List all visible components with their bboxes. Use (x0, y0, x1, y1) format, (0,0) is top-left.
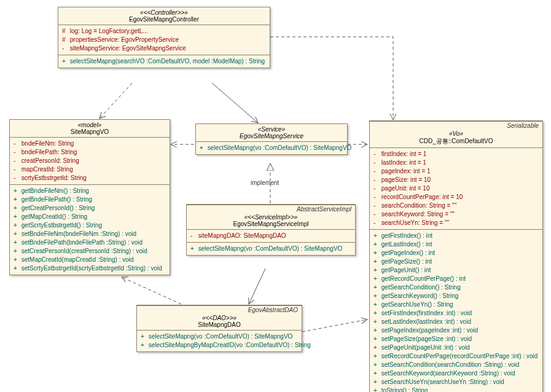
attribute-row: - lastIndex: int = 1 (373, 159, 539, 167)
attribute-row: - scrtyEstbstrgetId: String (14, 174, 166, 182)
operation-row: + getPageIndex() : int (373, 249, 539, 257)
operation-row: + setLastIndex(lastIndex :int) : void (373, 318, 539, 326)
class-sitemapngvo: «model» SiteMapngVO - bndeFileNm: String… (9, 119, 170, 275)
operation-row: + getPageSize() : int (373, 257, 539, 266)
operation-row: + getBndeFileNm() : String (14, 187, 166, 195)
operation-row: + setPageIndex(pageIndex :int) : void (373, 326, 539, 335)
operation-row: + getLastIndex() : int (373, 240, 539, 249)
attribute-row: - creatPersonId: String (14, 157, 166, 165)
attribute-row: - searchCondition: String = "" (373, 202, 539, 210)
operation-row: + setSearchCondition(searchCondition :St… (373, 361, 539, 369)
operation-row: + setSearchKeyword(searchKeyword :String… (373, 369, 539, 378)
corner-label: AbstractServiceImpl (297, 206, 351, 213)
operation-row: + setScrtyEstbstrgetId(scrtyEstbstrgetId… (14, 264, 166, 273)
operation-row: + selectSiteMapng(vo :ComDefaultVO) : Si… (190, 245, 351, 253)
operation-row: + setSearchUseYn(searchUseYn :String) : … (373, 378, 539, 386)
attribute-row: - firstIndex: int = 1 (373, 150, 539, 159)
operation-row: + setMapCreatId(mapCreatId :String) : vo… (14, 256, 166, 264)
implement-label: implement (251, 179, 279, 186)
stereo: «Service» (200, 126, 343, 133)
class-name: EgovSiteMapngServiceImpl (190, 221, 351, 227)
operation-row: + selectSiteMapng(vo :ComDefaultVO) : Si… (141, 332, 298, 341)
operation-row: + setBndeFilePath(bndeFilePath :String) … (14, 238, 166, 247)
corner-label: Serializable (507, 122, 539, 129)
attribute-row: - searchUseYn: String = "" (373, 219, 539, 227)
class-name: EgovSiteMapngController (62, 16, 266, 23)
operation-row: + getFirstIndex() : int (373, 232, 539, 240)
attribute-row: - siteMapngDAO: SiteMapngDAO (190, 232, 351, 240)
operation-row: + setBndeFileNm(bndeFileNm :String) : vo… (14, 230, 166, 238)
operation-row: + getSearchKeyword() : String (373, 292, 539, 300)
operation-row: + selectSiteMapng(vo :ComDefaultVO) : Si… (200, 144, 343, 152)
operation-row: + setPageUnit(pageUnit :int) : void (373, 343, 539, 352)
attribute-row: - siteMapngService: EgovSiteMapngService (62, 44, 266, 53)
stereo: «<<Controller>>» (62, 9, 266, 16)
class-dao: EgovAbstractDAO «<<DAO>>» SiteMapngDAO +… (136, 305, 302, 352)
class-controller: «<<Controller>>» EgovSiteMapngController… (58, 7, 270, 68)
class-name: SiteMapngVO (14, 128, 166, 135)
class-comdefaultvo: Serializable «Vo» CDD_공통::ComDefaultVO -… (369, 120, 543, 392)
attribute-row: - searchKeyword: String = "" (373, 210, 539, 219)
operation-row: + getScrtyEstbstrgetId() : String (14, 221, 166, 230)
operation-row: + setPageSize(pageSize :int) : void (373, 335, 539, 343)
attribute-row: - bndeFilePath: String (14, 148, 166, 157)
attribute-row: # log: Log = LogFactory.getL... (62, 27, 266, 36)
class-name: EgovSiteMapngService (200, 133, 343, 139)
class-name: SiteMapngDAO (141, 321, 298, 328)
operation-row: + getCreatPersonId() : String (14, 204, 166, 213)
attribute-row: - bndeFileNm: String (14, 139, 166, 148)
operation-row: + setCreatPersonId(creatPersonId :String… (14, 247, 166, 256)
stereo: «Vo» (373, 130, 539, 137)
attribute-row: - mapCreatId: String (14, 165, 166, 174)
operation-row: + getBndeFilePath() : String (14, 195, 166, 204)
operation-row: + setFirstIndex(firstIndex :int) : void (373, 309, 539, 318)
operation-row: + setRecordCountPerPage(recordCountPerPa… (373, 352, 539, 361)
operation-row: + getSearchUseYn() : String (373, 300, 539, 309)
attribute-row: # propertiesService: EgovPropertyService (62, 36, 266, 44)
class-service: «Service» EgovSiteMapngService + selectS… (195, 123, 348, 155)
operation-row: + selectSiteMapng(searchVO :ComDefaultVO… (62, 57, 266, 66)
stereo: «<<ServiceImpl>>» (190, 214, 351, 221)
operation-row: + getSearchCondition() : String (373, 283, 539, 292)
attribute-row: - pageSize: int = 10 (373, 176, 539, 184)
attribute-row: - recordCountPerPage: int = 10 (373, 193, 539, 202)
operation-row: + getMapCreatId() : String (14, 213, 166, 221)
stereo: «<<DAO>>» (141, 315, 298, 321)
operation-row: + getPageUnit() : int (373, 266, 539, 275)
operation-row: + toString() : String (373, 386, 539, 392)
attribute-row: - pageUnit: int = 10 (373, 184, 539, 193)
class-name: CDD_공통::ComDefaultVO (373, 137, 539, 146)
operation-row: + getRecordCountPerPage() : int (373, 275, 539, 283)
attribute-row: - pageIndex: int = 1 (373, 167, 539, 176)
class-serviceimpl: AbstractServiceImpl «<<ServiceImpl>>» Eg… (186, 204, 356, 256)
corner-label: EgovAbstractDAO (248, 307, 298, 313)
operation-row: + selectSiteMapngByMapCreatID(vo :ComDef… (141, 341, 298, 350)
stereo: «model» (14, 122, 166, 128)
